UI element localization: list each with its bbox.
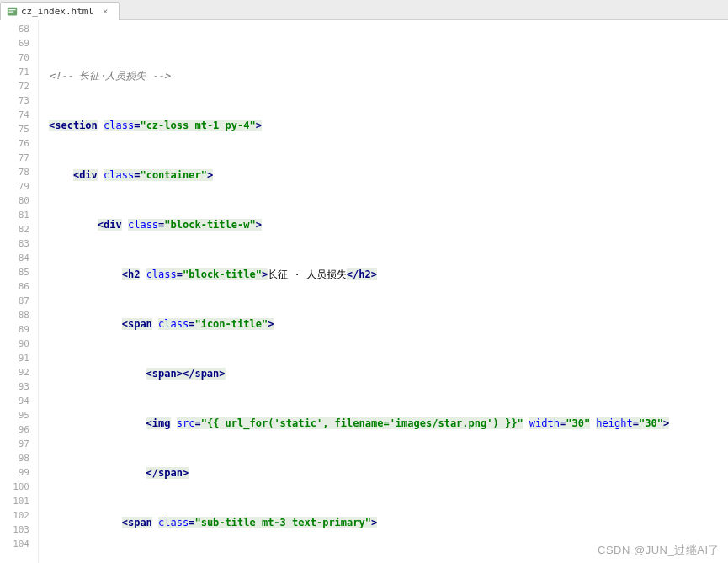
- code-line[interactable]: <div class="block-title-w">: [49, 218, 728, 232]
- code-line[interactable]: <span class="icon-title">: [49, 317, 728, 332]
- line-number: 81: [0, 208, 38, 222]
- line-number: 89: [0, 322, 38, 337]
- line-number: 72: [0, 79, 38, 93]
- line-number: 101: [0, 494, 38, 508]
- line-number: 97: [0, 437, 38, 451]
- svg-rect-2: [8, 12, 13, 13]
- line-number: 103: [0, 523, 38, 537]
- editor-root: cz_index.html × 686970717273747576777879…: [0, 0, 728, 563]
- line-number: 100: [0, 480, 38, 494]
- file-tab-active[interactable]: cz_index.html ×: [0, 2, 120, 20]
- code-line[interactable]: <span></span>: [49, 367, 728, 381]
- code-line[interactable]: <h2 class="block-title">长征 · 人员损失</h2>: [49, 268, 728, 282]
- code-content[interactable]: <!-- 长征·人员损失 --> <section class="cz-loss…: [47, 20, 728, 563]
- code-line[interactable]: <img src="{{ url_for('static', filename=…: [49, 417, 728, 431]
- line-number: 70: [0, 50, 38, 65]
- line-number: 80: [0, 194, 38, 208]
- line-number: 76: [0, 136, 38, 151]
- line-number: 92: [0, 365, 38, 380]
- line-number: 69: [0, 36, 38, 50]
- line-number: 91: [0, 351, 38, 365]
- line-number: 84: [0, 251, 38, 265]
- line-number: 90: [0, 337, 38, 351]
- line-number: 74: [0, 108, 38, 122]
- line-number: 78: [0, 165, 38, 179]
- code-line[interactable]: <section class="cz-loss mt-1 py-4">: [49, 119, 728, 133]
- line-number: 71: [0, 65, 38, 79]
- line-number: 99: [0, 465, 38, 480]
- line-number: 85: [0, 265, 38, 279]
- line-number: 88: [0, 308, 38, 322]
- code-line[interactable]: <!-- 长征·人员损失 -->: [49, 69, 728, 83]
- line-number: 102: [0, 508, 38, 523]
- line-number: 73: [0, 93, 38, 108]
- tab-bar: cz_index.html ×: [0, 0, 728, 20]
- line-number: 77: [0, 151, 38, 165]
- line-number: 98: [0, 451, 38, 465]
- watermark-text: CSDN @JUN_过继AI了: [598, 543, 720, 558]
- line-number: 104: [0, 537, 38, 551]
- line-number: 94: [0, 394, 38, 408]
- line-number: 93: [0, 380, 38, 394]
- code-area[interactable]: 6869707172737475767778798081828384858687…: [0, 20, 728, 563]
- line-number: 75: [0, 122, 38, 136]
- line-number: 79: [0, 179, 38, 194]
- file-tab-label: cz_index.html: [21, 6, 93, 17]
- line-number: 83: [0, 236, 38, 251]
- code-line[interactable]: <span class="sub-title mt-3 text-primary…: [49, 516, 728, 530]
- line-number: 96: [0, 422, 38, 437]
- code-line[interactable]: </span>: [49, 466, 728, 481]
- line-number: 68: [0, 22, 38, 36]
- html-file-icon: [6, 6, 18, 18]
- line-number: 82: [0, 222, 38, 236]
- line-number: 86: [0, 279, 38, 294]
- close-icon[interactable]: ×: [100, 7, 110, 17]
- fold-column: [39, 20, 47, 563]
- line-number: 87: [0, 294, 38, 308]
- line-number-gutter: 6869707172737475767778798081828384858687…: [0, 20, 39, 563]
- svg-rect-1: [8, 9, 15, 10]
- line-number: 95: [0, 408, 38, 422]
- code-line[interactable]: <div class="container">: [49, 168, 728, 183]
